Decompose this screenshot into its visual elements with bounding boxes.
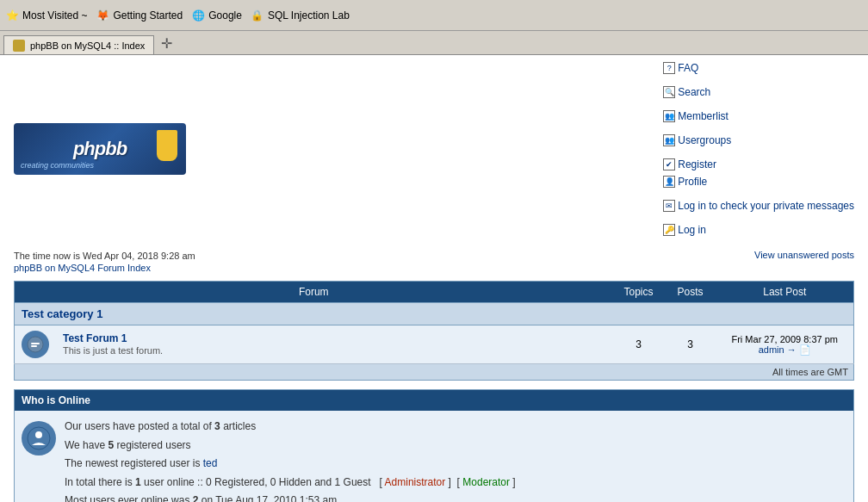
header-nav-links: ? FAQ 🔍 Search 👥 Memberlist 👥 Usergroups [663,62,854,236]
profile-link[interactable]: 👤 Profile [663,176,854,188]
usergroups-link[interactable]: 👥 Usergroups [663,134,854,146]
all-times-row: All times are GMT [15,364,854,381]
last-post-author-link[interactable]: admin [759,344,784,355]
memberlist-icon: 👥 [663,110,675,122]
pm-icon: ✉ [663,200,675,212]
tab-bar: phpBB on MySQL4 :: Index ✛ [0,31,868,55]
browser-bookmarks-bar: ⭐ Most Visited ~ 🦊 Getting Started 🌐 Goo… [0,0,868,31]
online-status-icon [22,421,56,456]
newest-user-link[interactable]: ted [203,457,218,469]
register-link[interactable]: ✔ Register [663,158,854,170]
online-text-block: Our users have posted a total of 3 artic… [65,418,516,502]
last-post-column-header: Last Post [716,282,854,303]
firefox-icon: 🦊 [96,9,109,22]
forum-info-cell: Test Forum 1 This is just a test forum. [56,325,613,364]
page-content: phpbb creating communities ? FAQ 🔍 Searc… [0,55,868,502]
memberlist-link[interactable]: 👥 Memberlist [663,110,854,122]
active-tab[interactable]: phpBB on MySQL4 :: Index [3,35,154,54]
category-name: Test category 1 [15,303,854,325]
svg-point-4 [35,431,42,438]
topics-count: 3 [613,325,665,364]
login-icon: 🔑 [663,224,675,236]
moderator-role-link[interactable]: Moderator [462,476,510,488]
tab-title: phpBB on MySQL4 :: Index [30,40,145,51]
profile-icon: 👤 [663,176,675,188]
phpbb-logo: phpbb creating communities [14,123,186,175]
main-content: The time now is Wed Apr 04, 2018 9:28 am… [0,243,868,502]
who-online-header: Who is Online [15,390,853,411]
login-link[interactable]: 🔑 Log in [663,224,854,236]
google-bookmark[interactable]: 🌐 Google [191,9,242,22]
register-icon: ✔ [663,158,675,170]
last-post-cell: Fri Mar 27, 2009 8:37 pm admin → 📄 [716,325,854,364]
star-icon: ⭐ [5,9,19,22]
forum-index-link[interactable]: phpBB on MySQL4 Forum Index [14,263,151,273]
search-icon: 🔍 [663,86,675,98]
administrator-role-link[interactable]: Administrator [385,476,446,488]
google-icon: 🌐 [191,9,205,22]
faq-link[interactable]: ? FAQ [663,62,854,74]
unanswered-posts-link[interactable]: View unanswered posts [754,250,854,260]
who-online-body: Our users have posted a total of 3 artic… [15,411,853,502]
forum-column-header: Forum [15,282,613,303]
topics-column-header: Topics [613,282,665,303]
svg-rect-2 [31,345,37,347]
who-online-section: Who is Online Our users have posted a to… [14,389,854,502]
tab-favicon [13,40,25,52]
no-new-posts-icon [27,336,44,353]
category-row: Test category 1 [15,303,854,325]
getting-started-bookmark[interactable]: 🦊 Getting Started [96,9,183,22]
forum-table: Forum Topics Posts Last Post Test catego… [14,281,854,381]
forum-description: This is just a test forum. [63,345,163,356]
forum-title-link[interactable]: Test Forum 1 [63,332,127,344]
db-icon: 🔒 [251,9,264,22]
usergroups-icon: 👥 [663,134,675,146]
posts-column-header: Posts [665,282,716,303]
most-visited-bookmark[interactable]: ⭐ Most Visited ~ [5,9,87,22]
forum-status-icon [22,331,49,358]
table-row: Test Forum 1 This is just a test forum. … [15,325,854,364]
search-link[interactable]: 🔍 Search [663,86,854,98]
time-display: The time now is Wed Apr 04, 2018 9:28 am [14,251,195,261]
sql-injection-bookmark[interactable]: 🔒 SQL Injection Lab [251,9,350,22]
forum-icon-cell [15,325,57,364]
new-tab-button[interactable]: ✛ [154,33,179,54]
posts-count: 3 [665,325,716,364]
svg-rect-1 [31,343,40,344]
all-times-text: All times are GMT [15,364,854,381]
faq-icon: ? [663,62,675,74]
pm-link[interactable]: ✉ Log in to check your private messages [663,200,854,212]
